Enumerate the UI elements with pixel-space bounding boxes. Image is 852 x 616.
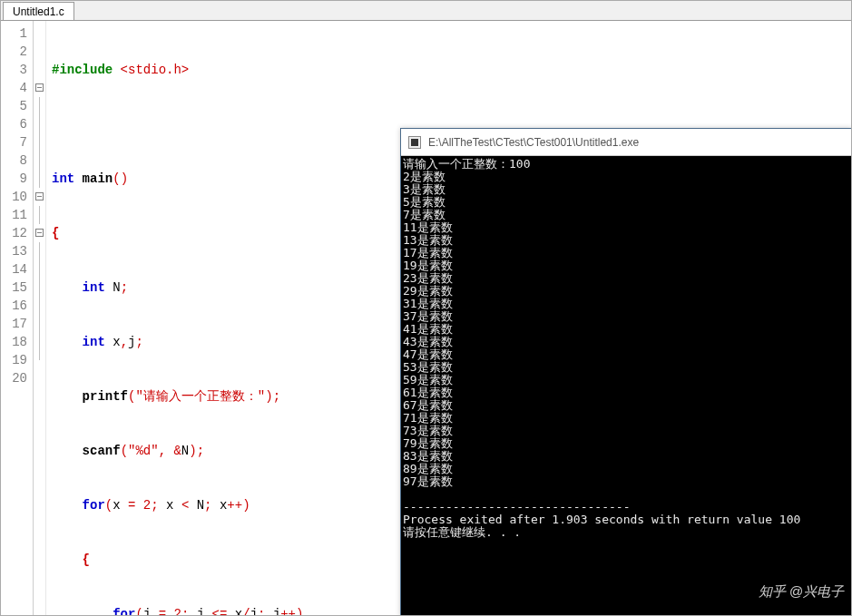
line-number: 10	[1, 188, 27, 206]
line-number: 19	[1, 351, 27, 369]
line-number: 4	[1, 79, 27, 97]
line-number: 20	[1, 369, 27, 387]
fold-toggle-icon[interactable]	[35, 192, 44, 200]
console-window: E:\AllTheTest\CTest\CTest001\Untitled1.e…	[400, 128, 852, 616]
line-number: 2	[1, 43, 27, 61]
tab-bar: Untitled1.c	[1, 1, 851, 21]
console-titlebar[interactable]: E:\AllTheTest\CTest\CTest001\Untitled1.e…	[401, 129, 851, 156]
console-app-icon	[408, 136, 421, 149]
line-number: 9	[1, 170, 27, 188]
line-number-gutter: 1 2 3 4 5 6 7 8 9 10 11 12 13 14 15 16 1…	[1, 21, 34, 615]
line-number: 11	[1, 206, 27, 224]
line-number: 8	[1, 152, 27, 170]
line-number: 7	[1, 133, 27, 152]
tab-file[interactable]: Untitled1.c	[3, 2, 74, 20]
line-number: 17	[1, 315, 27, 333]
code-line[interactable]: #include <stdio.h>	[52, 61, 851, 79]
console-output[interactable]: 请输入一个正整数：100 2是素数 3是素数 5是素数 7是素数 11是素数 1…	[401, 156, 851, 616]
fold-toggle-icon[interactable]	[35, 229, 44, 237]
fold-gutter	[34, 21, 46, 615]
line-number: 3	[1, 61, 27, 79]
line-number: 5	[1, 97, 27, 115]
line-number: 6	[1, 115, 27, 133]
line-number: 14	[1, 260, 27, 279]
line-number: 15	[1, 279, 27, 297]
line-number: 1	[1, 24, 27, 43]
console-title: E:\AllTheTest\CTest\CTest001\Untitled1.e…	[428, 136, 639, 149]
line-number: 16	[1, 297, 27, 315]
line-number: 18	[1, 333, 27, 351]
fold-toggle-icon[interactable]	[35, 83, 44, 92]
line-number: 12	[1, 224, 27, 242]
line-number: 13	[1, 242, 27, 260]
